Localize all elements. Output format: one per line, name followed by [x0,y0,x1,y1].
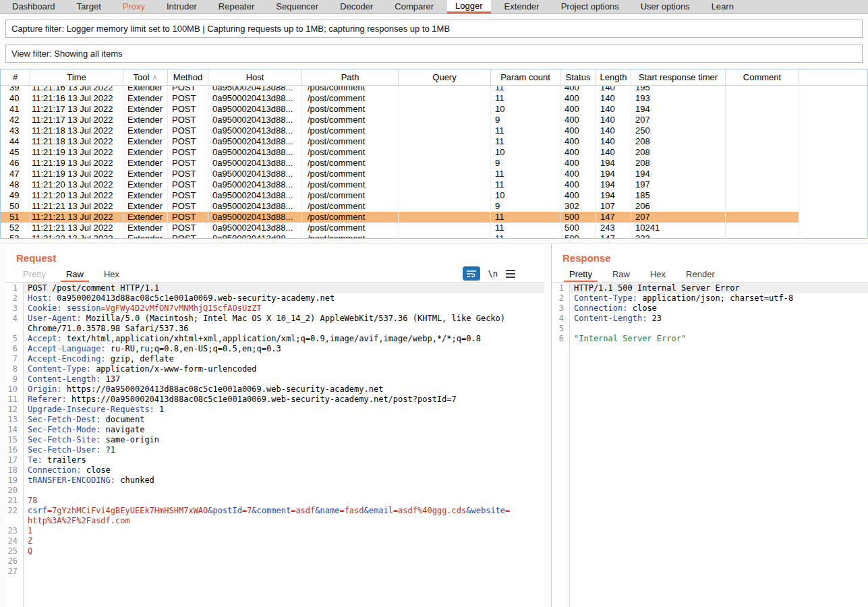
menu-item-proxy[interactable]: Proxy [115,0,153,13]
editor-menu-button[interactable] [506,270,515,278]
cell-method: POST [168,115,208,125]
cell-path: /post/comment [302,169,399,179]
menu-item-dashboard[interactable]: Dashboard [4,0,63,13]
menu-item-intruder[interactable]: Intruder [158,0,205,13]
cell-params: 10 [491,190,560,201]
cell-query [399,125,491,136]
cell-timer: 223 [631,233,726,238]
log-row-43[interactable]: 4311:21:18 13 Jul 2022ExtenderPOST0a9500… [1,125,799,136]
log-row-46[interactable]: 4611:21:19 13 Jul 2022ExtenderPOST0a9500… [1,158,799,169]
column-header-host[interactable]: Host [208,69,302,85]
cell-time: 11:21:17 13 Jul 2022 [30,104,123,115]
menu-item-target[interactable]: Target [69,0,109,13]
cell-method: POST [168,190,208,201]
column-header-length[interactable]: Length [596,69,631,85]
log-row-42[interactable]: 4211:21:17 13 Jul 2022ExtenderPOST0a9500… [1,115,799,125]
menu-item-decoder[interactable]: Decoder [332,0,381,13]
cell-tool: Extender [123,223,168,233]
cell-num: 45 [1,147,30,158]
wrap-lines-button[interactable] [463,266,480,281]
line-number: 21 [5,496,19,506]
cell-tool: Extender [123,115,168,125]
menu-item-extender[interactable]: Extender [496,0,548,13]
tab-pretty[interactable]: Pretty [564,268,598,282]
cell-num: 43 [1,125,30,136]
log-row-39[interactable]: 3911:21:16 13 Jul 2022ExtenderPOST0a9500… [1,86,799,93]
cell-host: 0a9500020413d88... [208,179,302,190]
menu-item-user-options[interactable]: User options [633,0,698,13]
column-header-param-count[interactable]: Param count [491,69,560,85]
cell-num: 39 [1,86,30,93]
cell-timer: 185 [631,190,726,201]
log-row-50[interactable]: 5011:21:21 13 Jul 2022ExtenderPOST0a9500… [1,201,799,212]
cell-params: 11 [491,212,560,223]
line-number: 10 [5,384,19,395]
tab-raw[interactable]: Raw [61,268,89,282]
cell-params: 9 [491,201,560,212]
column-header-query[interactable]: Query [399,69,491,85]
column-header-path[interactable]: Path [302,69,399,85]
column-header-comment[interactable]: Comment [726,69,799,85]
cell-params: 11 [491,223,560,233]
log-row-40[interactable]: 4011:21:16 13 Jul 2022ExtenderPOST0a9500… [1,93,799,104]
line-number: 9 [5,374,19,384]
column-header-time[interactable]: Time [30,69,123,85]
menu-item-logger[interactable]: Logger [447,0,490,13]
line-number: 12 [5,405,19,415]
column-header-[interactable]: # [1,69,30,85]
column-header-method[interactable]: Method [168,69,208,85]
split-divider[interactable] [0,243,868,243]
cell-status: 400 [560,104,596,115]
tab-separator [552,282,868,283]
menu-item-repeater[interactable]: Repeater [210,0,262,13]
response-editor[interactable]: 1HTTP/1.1 500 Internal Server Error2Cont… [552,283,868,607]
cell-path: /post/comment [302,158,399,169]
menu-item-comparer[interactable]: Comparer [386,0,442,13]
cell-tool: Extender [123,233,168,238]
tab-raw[interactable]: Raw [607,268,635,282]
column-header-start-response-timer[interactable]: Start response timer [631,69,726,85]
cell-length: 243 [596,223,631,233]
menu-item-project-options[interactable]: Project options [553,0,627,13]
tab-hex[interactable]: Hex [98,268,125,282]
cell-length: 140 [596,125,631,136]
tab-render[interactable]: Render [681,268,720,282]
column-header-tool[interactable]: Tool∧ [123,69,168,85]
log-row-41[interactable]: 4111:21:17 13 Jul 2022ExtenderPOST0a9500… [1,104,799,115]
cell-length: 147 [596,212,631,223]
capture-filter-bar[interactable]: Capture filter: Logger memory limit set … [5,20,863,38]
line-number: 1 [5,283,19,293]
log-row-47[interactable]: 4711:21:19 13 Jul 2022ExtenderPOST0a9500… [1,169,799,179]
menu-item-sequencer[interactable]: Sequencer [268,0,326,13]
line-number: 20 [5,486,19,496]
tab-hex[interactable]: Hex [645,268,671,282]
request-title: Request [16,252,56,264]
log-row-51[interactable]: 5111:21:21 13 Jul 2022ExtenderPOST0a9500… [1,212,799,223]
log-row-53[interactable]: 5311:21:22 13 Jul 2022ExtenderPOST0a9500… [1,233,799,238]
cell-length: 194 [596,179,631,190]
line-number: 18 [5,465,19,475]
log-row-45[interactable]: 4511:21:19 13 Jul 2022ExtenderPOST0a9500… [1,147,799,158]
cell-host: 0a9500020413d88... [208,104,302,115]
code-line: 8Content-Type: application/x-www-form-ur… [5,364,544,374]
log-row-52[interactable]: 5211:21:21 13 Jul 2022ExtenderPOST0a9500… [1,223,799,233]
cell-query [399,93,491,104]
log-row-44[interactable]: 4411:21:18 13 Jul 2022ExtenderPOST0a9500… [1,136,799,147]
cell-length: 140 [596,93,631,104]
menu-item-learn[interactable]: Learn [703,0,742,13]
cell-path: /post/comment [302,190,399,201]
view-filter-bar[interactable]: View filter: Showing all items [5,45,863,63]
log-row-49[interactable]: 4911:21:20 13 Jul 2022ExtenderPOST0a9500… [1,190,799,201]
newline-chars-button[interactable]: \n [488,269,498,279]
cell-status: 400 [560,115,596,125]
request-editor[interactable]: 1POST /post/comment HTTP/1.12Host: 0a950… [5,283,544,607]
cell-method: POST [168,125,208,136]
column-header-status[interactable]: Status [560,69,596,85]
line-number: 22 [5,506,19,516]
cell-num: 46 [1,158,30,169]
cell-num: 42 [1,115,30,125]
tab-pretty[interactable]: Pretty [18,268,51,282]
cell-tool: Extender [123,125,168,136]
log-row-48[interactable]: 4811:21:20 13 Jul 2022ExtenderPOST0a9500… [1,179,799,190]
code-line: 26 [5,556,544,567]
